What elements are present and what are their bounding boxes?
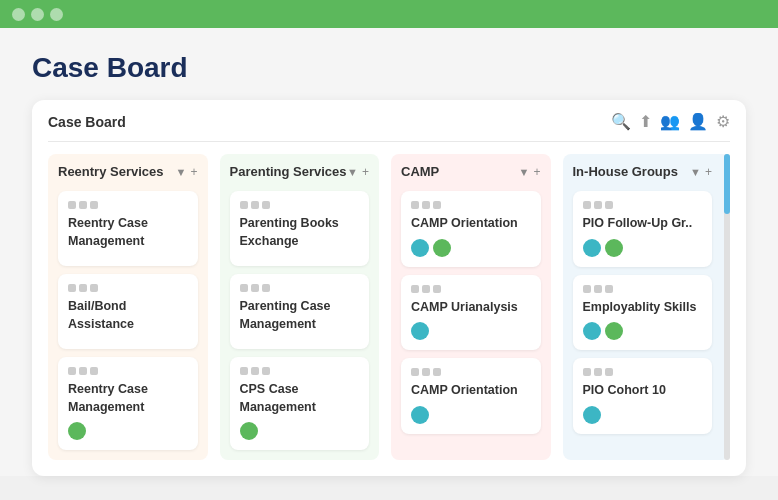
add-card-reentry[interactable]: + [190,165,197,179]
column-parenting: Parenting Services ▼ + Parenting Books E… [220,154,380,460]
dot [90,201,98,209]
dot [422,201,430,209]
team-icon[interactable]: 👥 [660,112,680,131]
dot [594,201,602,209]
card-dots [68,367,188,375]
dot [594,285,602,293]
card-avatars [411,239,531,257]
card-title: CAMP Orientation [411,215,531,233]
filter-icon-camp[interactable]: ▼ [519,166,530,178]
card-title: Parenting Case Management [240,298,360,333]
traffic-light-1 [12,8,25,21]
card-dots [583,285,703,293]
card-inhouse-2[interactable]: PIO Cohort 10 [573,358,713,434]
card-inhouse-1[interactable]: Employablity Skills [573,275,713,351]
card-title: Reentry Case Management [68,381,188,416]
card-camp-0[interactable]: CAMP Orientation [401,191,541,267]
page-title: Case Board [32,52,746,84]
avatar [583,322,601,340]
add-card-parenting[interactable]: + [362,165,369,179]
card-title: Parenting Books Exchange [240,215,360,250]
card-parenting-1[interactable]: Parenting Case Management [230,274,370,349]
filter-icon-inhouse[interactable]: ▼ [690,166,701,178]
avatar [433,239,451,257]
card-inhouse-0[interactable]: PIO Follow-Up Gr.. [573,191,713,267]
dot [240,284,248,292]
filter-icon-reentry[interactable]: ▼ [176,166,187,178]
card-dots [411,368,531,376]
dot [79,284,87,292]
app-background: Case Board Case Board 🔍 ⬆ 👥 👤 ⚙ Reentry … [0,28,778,476]
card-parenting-0[interactable]: Parenting Books Exchange [230,191,370,266]
dot [411,368,419,376]
board-container: Case Board 🔍 ⬆ 👥 👤 ⚙ Reentry Services ▼ … [32,100,746,476]
card-dots [68,284,188,292]
filter-icon-parenting[interactable]: ▼ [347,166,358,178]
card-avatars [68,422,188,440]
avatar [605,239,623,257]
add-card-camp[interactable]: + [533,165,540,179]
column-actions-parenting: ▼ + [347,165,369,179]
dot [251,201,259,209]
column-header-inhouse: In-House Groups ▼ + [573,164,713,179]
dot [605,201,613,209]
card-dots [240,284,360,292]
card-dots [411,201,531,209]
card-camp-2[interactable]: CAMP Orientation [401,358,541,434]
avatar [68,422,86,440]
users-icon[interactable]: 👤 [688,112,708,131]
card-parenting-2[interactable]: CPS Case Management [230,357,370,450]
dot [433,285,441,293]
dot [583,201,591,209]
column-actions-reentry: ▼ + [176,165,198,179]
card-avatars [411,322,531,340]
traffic-light-3 [50,8,63,21]
column-actions-camp: ▼ + [519,165,541,179]
column-header-camp: CAMP ▼ + [401,164,541,179]
dot [422,285,430,293]
card-camp-1[interactable]: CAMP Urianalysis [401,275,541,351]
card-reentry-0[interactable]: Reentry Case Management [58,191,198,266]
dot [251,284,259,292]
dot [411,285,419,293]
add-card-inhouse[interactable]: + [705,165,712,179]
avatar [411,239,429,257]
export-icon[interactable]: ⬆ [639,112,652,131]
avatar [411,406,429,424]
column-actions-inhouse: ▼ + [690,165,712,179]
column-title-camp: CAMP [401,164,439,179]
dot [262,284,270,292]
column-title-reentry: Reentry Services [58,164,164,179]
dot [251,367,259,375]
search-icon[interactable]: 🔍 [611,112,631,131]
dot [583,285,591,293]
avatar [240,422,258,440]
column-title-parenting: Parenting Services [230,164,347,179]
card-dots [411,285,531,293]
dot [90,284,98,292]
column-title-inhouse: In-House Groups [573,164,678,179]
dot [605,285,613,293]
avatar [605,322,623,340]
column-header-parenting: Parenting Services ▼ + [230,164,370,179]
scrollbar-thumb[interactable] [724,154,730,214]
dot [433,201,441,209]
card-title: PIO Cohort 10 [583,382,703,400]
board-header-icons: 🔍 ⬆ 👥 👤 ⚙ [611,112,730,131]
card-reentry-1[interactable]: Bail/Bond Assistance [58,274,198,349]
dot [68,284,76,292]
avatar [583,239,601,257]
card-avatars [583,322,703,340]
dot [68,367,76,375]
avatar [583,406,601,424]
dot [79,201,87,209]
dot [605,368,613,376]
dot [433,368,441,376]
card-title: PIO Follow-Up Gr.. [583,215,703,233]
dot [262,367,270,375]
dot [583,368,591,376]
dot [79,367,87,375]
card-dots [240,201,360,209]
card-reentry-2[interactable]: Reentry Case Management [58,357,198,450]
settings-icon[interactable]: ⚙ [716,112,730,131]
